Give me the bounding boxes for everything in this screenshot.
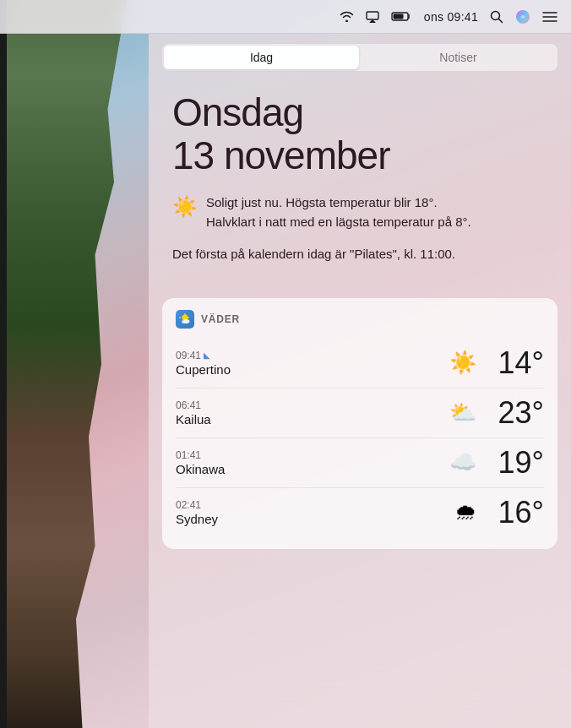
- svg-rect-12: [179, 317, 181, 318]
- city-info: 06:41 Kailua: [176, 399, 449, 426]
- svg-line-4: [499, 19, 503, 22]
- city-name: Cupertino: [176, 362, 449, 377]
- city-weather-icon: ☁️: [449, 449, 476, 475]
- time-display: ons 09:41: [424, 10, 478, 24]
- svg-rect-2: [393, 14, 403, 19]
- city-info: 02:41 Sydney: [176, 499, 454, 526]
- svg-point-15: [182, 320, 187, 323]
- weather-summary-text: Soligt just nu. Högsta temperatur blir 1…: [206, 193, 471, 231]
- city-info: 01:41 Okinawa: [176, 449, 449, 476]
- city-time: 09:41 ◣: [176, 350, 449, 361]
- airplay-icon[interactable]: [366, 11, 379, 23]
- siri-icon[interactable]: [515, 9, 530, 24]
- widget-title: VÄDER: [201, 313, 240, 325]
- location-arrow-icon: ◣: [204, 350, 210, 360]
- calendar-note: Det första på kalendern idag är "Pilates…: [172, 245, 547, 271]
- tabs-container: Idag Notiser: [162, 44, 557, 71]
- search-icon[interactable]: [490, 10, 503, 24]
- left-edge: [0, 0, 7, 728]
- date-weekday: Onsdag: [172, 91, 547, 134]
- notification-center-panel: Idag Notiser Onsdag 13 november ☀️ Solig…: [149, 34, 571, 728]
- weather-city-row: 01:41 Okinawa ☁️ 19°: [176, 437, 544, 487]
- city-time: 06:41: [176, 399, 449, 411]
- weather-city-row: 09:41 ◣ Cupertino ☀️ 14°: [176, 339, 544, 388]
- date-section: Onsdag 13 november ☀️ Soligt just nu. Hö…: [149, 71, 571, 285]
- weather-city-row: 02:41 Sydney 🌧 16°: [176, 487, 544, 537]
- city-temperature: 14°: [485, 345, 544, 381]
- widget-header: VÄDER: [176, 310, 544, 329]
- tab-today[interactable]: Idag: [164, 46, 359, 69]
- city-info: 09:41 ◣ Cupertino: [176, 350, 449, 377]
- wifi-icon: [340, 11, 354, 22]
- city-name: Sydney: [176, 512, 454, 526]
- battery-icon: [391, 11, 412, 22]
- weather-app-icon: [176, 310, 194, 329]
- city-temperature: 16°: [485, 495, 544, 530]
- city-temperature: 19°: [485, 445, 544, 481]
- city-weather-icon: ⛅: [449, 399, 476, 426]
- city-time: 01:41: [176, 449, 449, 461]
- city-temperature: 23°: [485, 395, 544, 431]
- tab-notifications[interactable]: Notiser: [361, 46, 556, 69]
- date-full: 13 november: [172, 134, 547, 177]
- svg-rect-13: [188, 317, 189, 318]
- weather-summary: ☀️ Soligt just nu. Högsta temperatur bli…: [172, 193, 547, 231]
- svg-rect-10: [184, 313, 186, 315]
- menubar: ons 09:41: [0, 0, 571, 34]
- weather-city-row: 06:41 Kailua ⛅ 23°: [176, 388, 544, 437]
- svg-rect-0: [367, 12, 378, 19]
- weather-summary-icon: ☀️: [172, 195, 198, 219]
- city-weather-icon: ☀️: [449, 350, 476, 376]
- cities-container: 09:41 ◣ Cupertino ☀️ 14° 06:41 Kailua ⛅ …: [176, 339, 544, 537]
- menu-icon[interactable]: [542, 11, 557, 23]
- city-name: Kailua: [176, 412, 449, 426]
- city-time: 02:41: [176, 499, 454, 511]
- city-name: Okinawa: [176, 462, 449, 476]
- weather-widget[interactable]: VÄDER 09:41 ◣ Cupertino ☀️ 14° 06:41 Kai…: [162, 298, 557, 549]
- city-weather-icon: 🌧: [454, 499, 476, 525]
